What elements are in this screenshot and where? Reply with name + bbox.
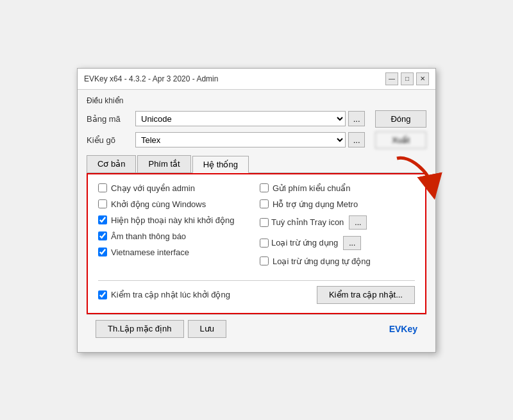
- vietnamese-checkbox[interactable]: [98, 248, 107, 256]
- am-thanh-row: Âm thanh thông báo: [98, 231, 253, 241]
- gui-phim-checkbox[interactable]: [260, 183, 269, 192]
- evkey-link[interactable]: EVKey: [389, 324, 417, 334]
- kieu-go-label: Kiểu gõ: [87, 135, 131, 145]
- bang-ma-select[interactable]: Unicode TCVN3 VNI: [135, 111, 346, 126]
- section-label: Điều khiển: [87, 96, 426, 105]
- window-body: Điều khiển Bảng mã Unicode TCVN3 VNI ...…: [78, 90, 435, 352]
- am-thanh-label: Âm thanh thông báo: [111, 231, 186, 241]
- bottom-bar: Th.Lập mặc định Lưu EVKey: [87, 314, 426, 343]
- checkbox-col-right: Gửi phím kiểu chuẩn Hỗ trợ ứng dụng Metr…: [260, 183, 415, 273]
- divider: [98, 280, 415, 281]
- loai-tru-td-row: Loại trừ ứng dụng tự động: [260, 256, 415, 266]
- tab-he-thong[interactable]: Hệ thống: [192, 156, 249, 173]
- kiem-tra-cap-nhat-button[interactable]: Kiểm tra cập nhật...: [317, 286, 415, 304]
- kiem-tra-checkbox-row: Kiểm tra cập nhật lúc khởi động: [98, 290, 230, 299]
- khoi-dong-label: Khởi động cùng Windows: [111, 199, 206, 209]
- tuy-chinh-checkbox[interactable]: [260, 218, 269, 227]
- checkbox-grid: Chạy với quyền admin Khởi động cùng Wind…: [98, 183, 415, 273]
- vietnamese-label: Vietnamese interface: [111, 248, 189, 257]
- chay-admin-label: Chạy với quyền admin: [111, 183, 195, 193]
- hien-hop-checkbox[interactable]: [98, 215, 107, 224]
- minimize-button[interactable]: —: [385, 72, 398, 85]
- loai-tru-td-label: Loại trừ ứng dụng tự động: [273, 256, 371, 266]
- close-button[interactable]: ✕: [416, 72, 429, 85]
- am-thanh-checkbox[interactable]: [98, 231, 107, 240]
- tuy-chinh-row: Tuỳ chỉnh Tray icon ...: [260, 215, 415, 230]
- kieu-go-row: Kiểu gõ Telex VNI VIQR ... Xuất: [87, 131, 426, 149]
- checkbox-col-left: Chạy với quyền admin Khởi động cùng Wind…: [98, 183, 253, 273]
- gui-phim-row: Gửi phím kiểu chuẩn: [260, 183, 415, 193]
- bang-ma-wrapper: Unicode TCVN3 VNI ...: [135, 111, 365, 126]
- vietnamese-row: Vietnamese interface: [98, 248, 253, 257]
- gui-phim-label: Gửi phím kiểu chuẩn: [273, 183, 351, 193]
- hien-hop-row: Hiện hộp thoại này khi khởi động: [98, 215, 253, 225]
- ho-tro-row: Hỗ trợ ứng dụng Metro: [260, 199, 415, 209]
- hien-hop-label: Hiện hộp thoại này khi khởi động: [111, 215, 234, 225]
- ho-tro-label: Hỗ trợ ứng dụng Metro: [273, 199, 358, 209]
- window-title: EVKey x64 - 4.3.2 - Apr 3 2020 - Admin: [84, 74, 218, 83]
- kieu-go-dots-button[interactable]: ...: [348, 132, 365, 147]
- tab-co-ban[interactable]: Cơ bản: [87, 155, 136, 172]
- kiem-tra-checkbox[interactable]: [98, 290, 107, 299]
- title-bar-buttons: — □ ✕: [385, 72, 429, 85]
- luu-button[interactable]: Lưu: [188, 320, 226, 338]
- kieu-go-wrapper: Telex VNI VIQR ...: [135, 132, 365, 147]
- main-window: EVKey x64 - 4.3.2 - Apr 3 2020 - Admin —…: [77, 68, 436, 353]
- bang-ma-label: Bảng mã: [87, 114, 131, 124]
- controls-section: Điều khiển Bảng mã Unicode TCVN3 VNI ...…: [87, 96, 426, 149]
- loai-tru-row: Loại trừ ứng dụng ...: [260, 236, 415, 250]
- kieu-go-select[interactable]: Telex VNI VIQR: [135, 132, 346, 147]
- tuy-chinh-dots-button[interactable]: ...: [349, 215, 367, 230]
- dong-button[interactable]: Đóng: [375, 110, 426, 128]
- tab-phim-tat[interactable]: Phím tắt: [137, 155, 190, 172]
- khoi-dong-checkbox[interactable]: [98, 199, 107, 208]
- tab-content-he-thong: Chạy với quyền admin Khởi động cùng Wind…: [87, 173, 426, 314]
- xuat-button[interactable]: Xuất: [375, 131, 426, 149]
- bang-ma-dots-button[interactable]: ...: [348, 111, 365, 126]
- kiem-tra-label: Kiểm tra cập nhật lúc khởi động: [111, 290, 230, 299]
- tabs: Cơ bản Phím tắt Hệ thống: [87, 155, 426, 173]
- update-row: Kiểm tra cập nhật lúc khởi động Kiểm tra…: [98, 286, 415, 304]
- maximize-button[interactable]: □: [401, 72, 414, 85]
- loai-tru-label: Loại trừ ứng dụng: [271, 238, 338, 248]
- chay-admin-row: Chạy với quyền admin: [98, 183, 253, 193]
- loai-tru-dots-button[interactable]: ...: [343, 236, 361, 250]
- tuy-chinh-label: Tuỳ chỉnh Tray icon: [271, 217, 344, 227]
- khoi-dong-row: Khởi động cùng Windows: [98, 199, 253, 209]
- bang-ma-row: Bảng mã Unicode TCVN3 VNI ... Đóng: [87, 110, 426, 128]
- loai-tru-checkbox[interactable]: [260, 239, 269, 248]
- title-bar: EVKey x64 - 4.3.2 - Apr 3 2020 - Admin —…: [78, 69, 435, 90]
- loai-tru-td-checkbox[interactable]: [260, 256, 269, 265]
- chay-admin-checkbox[interactable]: [98, 183, 107, 192]
- th-lap-mac-dinh-button[interactable]: Th.Lập mặc định: [96, 320, 184, 338]
- ho-tro-checkbox[interactable]: [260, 199, 269, 208]
- bottom-left-buttons: Th.Lập mặc định Lưu: [96, 320, 226, 338]
